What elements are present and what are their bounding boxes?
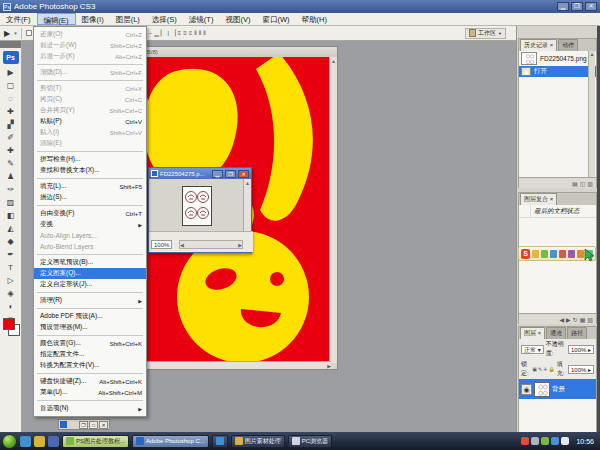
task-small-app[interactable] xyxy=(212,435,228,448)
edit-menu-item-auto-align-layers[interactable]: Auto-Align Layers... xyxy=(34,230,146,241)
new-comp-icon[interactable]: ▦ xyxy=(580,316,586,323)
prev-comp-icon[interactable]: ◀ xyxy=(559,316,564,323)
lasso-tool[interactable]: ◌ xyxy=(2,92,20,105)
layer-comp-row[interactable]: 最后的文档状态 xyxy=(519,205,596,218)
zoom-level-field[interactable]: 100% xyxy=(151,240,172,249)
menu-filter[interactable]: 滤镜(T) xyxy=(183,13,220,25)
tab-layer-comps[interactable]: 图层复合 × xyxy=(520,193,557,205)
quicklaunch-ie-icon[interactable] xyxy=(20,436,31,447)
next-comp-icon[interactable]: ▶ xyxy=(566,316,571,323)
crop-tool[interactable]: ▞ xyxy=(2,118,20,131)
lock-position-icon[interactable]: ✛ xyxy=(543,366,547,372)
tab-channels[interactable]: 通道 xyxy=(546,327,566,339)
eyedropper-tool[interactable]: ✐ xyxy=(2,131,20,144)
marquee-tool[interactable]: ▢ xyxy=(2,79,20,92)
pattern-minimize-button[interactable]: ▁ xyxy=(212,170,223,178)
tab-layers[interactable]: 图层 × xyxy=(520,327,545,339)
fill-field[interactable]: 100% ▸ xyxy=(568,365,594,374)
pattern-vscrollbar[interactable]: ▲ xyxy=(243,179,251,232)
menu-window[interactable]: 窗口(W) xyxy=(256,13,295,25)
task-image-folder[interactable]: 图片素材处理 xyxy=(231,435,285,448)
toolbox-grip[interactable] xyxy=(0,41,21,48)
healing-brush-tool[interactable]: ✚ xyxy=(2,144,20,157)
ime-tools-icon[interactable] xyxy=(577,250,584,258)
edit-menu-item-free-transform[interactable]: 自由变换(F)Ctrl+T xyxy=(34,208,146,219)
delete-comp-icon[interactable]: ▥ xyxy=(587,316,593,323)
tray-safety-icon[interactable] xyxy=(551,437,559,445)
edit-menu-item-assign-profile[interactable]: 指定配置文件... xyxy=(34,349,146,360)
menu-view[interactable]: 视图(V) xyxy=(219,13,256,25)
mini-close-button[interactable]: ✕ xyxy=(99,421,108,429)
lock-transparency-icon[interactable]: ▣ xyxy=(532,366,537,372)
eraser-tool[interactable]: ▨ xyxy=(2,196,20,209)
menu-edit[interactable]: 编辑(E) xyxy=(37,13,76,25)
tray-network-icon[interactable] xyxy=(541,437,549,445)
edit-menu-item-define-custom-shape[interactable]: 定义自定形状(J)... xyxy=(34,279,146,290)
ime-emoji-icon[interactable] xyxy=(559,250,566,258)
update-comp-icon[interactable]: ↻ xyxy=(573,316,578,323)
task-photoshop[interactable]: Adobe Photoshop C... xyxy=(132,435,209,448)
edit-menu-item-clear[interactable]: 清除(E) xyxy=(34,138,146,149)
layer-row-background[interactable]: ◉ 背景 xyxy=(519,379,596,399)
edit-menu-item-preset-manager[interactable]: 预设管理器(M)... xyxy=(34,322,146,333)
shape-tool[interactable]: ◈ xyxy=(2,287,20,300)
ime-punct-icon[interactable] xyxy=(541,250,548,258)
edit-menu-item-preferences[interactable]: 首选项(N)▶ xyxy=(34,403,146,414)
tab-history[interactable]: 历史记录 × xyxy=(520,39,557,51)
ime-mode-icon[interactable] xyxy=(532,250,539,258)
tray-qq-icon[interactable] xyxy=(521,437,529,445)
close-button[interactable]: ✕ xyxy=(585,2,597,11)
path-select-tool[interactable]: ▷ xyxy=(2,274,20,287)
lock-pixels-icon[interactable]: ✎ xyxy=(538,366,542,372)
tab-paths[interactable]: 路径 xyxy=(567,327,587,339)
tab-actions[interactable]: 动作 xyxy=(558,39,578,51)
menu-layer[interactable]: 图层(L) xyxy=(110,13,146,25)
delete-state-icon[interactable]: ▥ xyxy=(587,180,593,187)
menu-select[interactable]: 选择(S) xyxy=(146,13,183,25)
edit-menu-item-step-backward[interactable]: 后退一步(K)Alt+Ctrl+Z xyxy=(34,51,146,62)
mini-maximize-button[interactable]: □ xyxy=(89,421,98,429)
edit-menu-item-adobe-pdf-presets[interactable]: Adobe PDF 预设(A)... xyxy=(34,311,146,322)
restore-button[interactable]: ❐ xyxy=(571,2,583,11)
edit-menu-item-transform[interactable]: 变换▶ xyxy=(34,219,146,230)
tray-volume-icon[interactable] xyxy=(531,437,539,445)
edit-menu-item-step-forward[interactable]: 前进一步(W)Shift+Ctrl+Z xyxy=(34,40,146,51)
edit-menu-item-define-brush-preset[interactable]: 定义画笔预设(B)... xyxy=(34,257,146,268)
pattern-hscrollbar[interactable]: ◀▶ xyxy=(179,240,243,249)
edit-menu-item-undo[interactable]: 还原(O)Ctrl+Z xyxy=(34,29,146,40)
edit-menu-item-cut[interactable]: 剪切(T)Ctrl+X xyxy=(34,83,146,94)
auto-select-checkbox[interactable] xyxy=(26,30,32,36)
new-document-from-state-icon[interactable]: ▤ xyxy=(572,180,578,187)
distribute-left-icon[interactable]: ⫴ xyxy=(193,30,198,36)
start-button[interactable] xyxy=(2,434,17,449)
gradient-tool[interactable]: ◧ xyxy=(2,209,20,222)
ime-skin-icon[interactable] xyxy=(568,250,575,258)
brush-tool[interactable]: ✎ xyxy=(2,157,20,170)
distribute-vcenter-icon[interactable]: ≡ xyxy=(182,30,188,36)
menu-image[interactable]: 图像(I) xyxy=(76,13,110,25)
ime-keyboard-icon[interactable] xyxy=(550,250,557,258)
move-tool[interactable]: ▶ xyxy=(2,66,20,79)
new-snapshot-icon[interactable]: ◫ xyxy=(580,180,586,187)
menu-help[interactable]: 帮助(H) xyxy=(296,13,333,25)
type-tool[interactable]: T xyxy=(2,261,20,274)
workspace-button[interactable]: 工作区 ▼ xyxy=(465,28,506,39)
distribute-right-icon[interactable]: ⫴ xyxy=(202,30,207,36)
edit-menu-item-paste-into[interactable]: 贴入(I)Shift+Ctrl+V xyxy=(34,127,146,138)
clone-stamp-tool[interactable]: ♟ xyxy=(2,170,20,183)
edit-menu-item-copy-merged[interactable]: 合并拷贝(Y)Shift+Ctrl+C xyxy=(34,105,146,116)
edit-menu-item-find-replace-text[interactable]: 查找和替换文本(X)... xyxy=(34,165,146,176)
sogou-logo-icon[interactable]: S xyxy=(521,249,530,259)
edit-menu-item-paste[interactable]: 粘贴(P)Ctrl+V xyxy=(34,116,146,127)
align-bottom-icon[interactable]: ▁ xyxy=(153,30,160,36)
edit-menu-item-define-pattern[interactable]: 定义图案(Q)... xyxy=(34,268,146,279)
quick-selection-tool[interactable]: ✚ xyxy=(2,105,20,118)
edit-menu-item-fade[interactable]: 渐隐(D)...Shift+Ctrl+F xyxy=(34,67,146,78)
task-pc-browser[interactable]: PC浏览器 xyxy=(288,435,332,448)
blur-tool[interactable]: ◭ xyxy=(2,222,20,235)
edit-menu-item-purge[interactable]: 清理(R)▶ xyxy=(34,295,146,306)
opacity-field[interactable]: 100% ▸ xyxy=(568,345,594,354)
edit-menu-item-fill[interactable]: 填充(L)...Shift+F5 xyxy=(34,181,146,192)
dodge-tool[interactable]: ◆ xyxy=(2,235,20,248)
task-tutorial-page[interactable]: PS图片处理教程... xyxy=(62,435,129,448)
